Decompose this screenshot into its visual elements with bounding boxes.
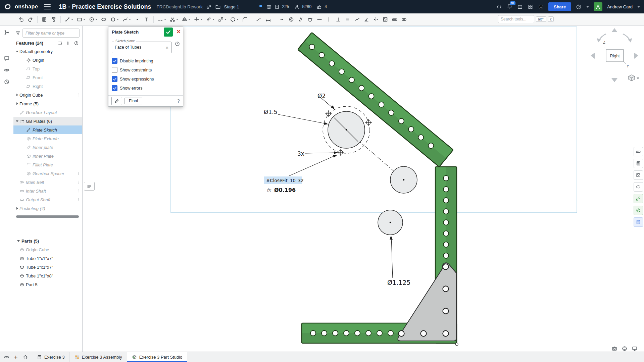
undo-tool-button[interactable] [17,15,26,24]
model-canvas[interactable]: Ø2 Ø1.5 3x #CloseFit_10_32 fx Ø0.196 Ø1.… [0,0,644,362]
sheet-tool-button[interactable] [40,15,49,24]
chevron-right-icon[interactable] [15,94,19,96]
help-caret-icon[interactable] [586,6,589,8]
named-views-button[interactable] [634,182,643,192]
dialog-help-icon[interactable]: ? [177,98,180,104]
feature-pocketing-4[interactable]: Pocketing (4) [13,204,82,213]
logo-wordmark[interactable]: onshape [15,4,38,10]
dropdown-caret-icon[interactable] [225,19,227,20]
redo-tool-button[interactable] [26,15,35,24]
dropdown-caret-icon[interactable] [237,19,239,20]
tab-exercise-3-part-studio[interactable]: Exercise 3 Part Studio [127,352,188,362]
diagonal-tube[interactable] [298,33,453,167]
chevron-down-icon[interactable] [15,120,19,122]
fx-value-label[interactable]: Ø0.196 [274,187,296,193]
rollback-bar-handle[interactable] [84,182,95,191]
document-title[interactable]: 1B - Practice Exercise Solutions [59,3,151,10]
trim-tool-button[interactable] [192,15,204,24]
perpendicular-tool-button[interactable] [334,15,343,24]
feature-plate-extrude[interactable]: Plate Extrude [13,134,82,143]
comments-rail-button[interactable] [2,54,11,63]
likes-icon[interactable] [316,4,322,10]
gusset-plate[interactable] [398,263,456,341]
dropdown-caret-icon[interactable] [117,19,119,20]
dropdown-caret-icon[interactable] [95,19,97,20]
feature-filter-input[interactable] [22,29,80,38]
feature-inner-plate[interactable]: Inner plate [13,143,82,152]
spline-tool-button[interactable] [121,15,132,24]
feature-gearbox-layout[interactable]: Gearbox Layout [13,108,82,117]
chevron-right-icon[interactable] [15,207,19,210]
horizontal-tool-button[interactable] [315,15,324,24]
horizontal-scrollbar[interactable] [16,215,79,218]
symmetric-tool-button[interactable] [371,15,380,24]
rect-tool-button[interactable] [75,15,87,24]
featurescript-icon[interactable] [496,4,502,10]
rotate-up-arrow-icon[interactable] [611,28,617,32]
fit-label[interactable]: #CloseFit_10_32 [266,178,304,183]
accept-button[interactable] [164,28,173,37]
option-disable-imprinting[interactable]: Disable imprinting [112,56,180,65]
follow-rail-button[interactable] [2,66,11,74]
link-icon[interactable] [206,4,212,10]
history-icon[interactable] [74,41,79,46]
help-icon[interactable] [576,4,582,10]
public-flag-icon[interactable] [258,4,264,10]
chevron-down-icon[interactable] [15,51,19,52]
vertical-tool-button[interactable] [325,15,333,24]
point-tool-button[interactable] [133,15,142,24]
pattern-circ-tool-button[interactable] [229,15,240,24]
tab-manager-button[interactable] [2,353,11,361]
paint-tool-button[interactable] [49,15,58,24]
feature-front[interactable]: Front [13,73,82,82]
dropdown-caret-icon[interactable] [176,19,178,20]
app-grid-icon[interactable] [528,4,533,10]
tangent-tool-button[interactable] [306,15,314,24]
mass-properties-button[interactable] [634,159,643,168]
feature-right[interactable]: Right [13,82,82,91]
dim-3x-label[interactable]: 3x [297,150,304,157]
sketch-point[interactable] [455,343,458,346]
measure-button[interactable] [634,147,643,156]
feature-origin-cube[interactable]: Origin Cube [13,91,82,99]
feature-gearbox-spacer[interactable]: Gearbox Spacer [13,169,82,178]
feature-inner-plate[interactable]: Inner Plate [13,152,82,160]
feature-origin[interactable]: Origin [13,56,82,64]
pattern-lin-tool-button[interactable] [216,15,228,24]
feature-state-clock-icon[interactable] [175,41,180,48]
dropdown-caret-icon[interactable] [212,19,214,20]
versions-rail-button[interactable] [2,28,11,37]
dim-d15-label[interactable]: Ø1.5 [264,109,277,115]
angle-tool-button[interactable] [362,15,371,24]
tab-exercise-3[interactable]: Exercise 3 [32,352,70,362]
circle-tool-button[interactable] [87,15,99,24]
user-menu-caret-icon[interactable] [637,6,640,8]
intersect-tool-button[interactable] [400,15,408,24]
final-button[interactable]: Final [125,98,142,104]
section-view-button[interactable] [634,170,643,180]
option-show-errors[interactable]: Show errors [112,84,180,93]
part-tube-1-x1-x7[interactable]: Tube 1"x1"x7" [13,254,82,263]
home-button[interactable] [21,353,30,361]
notifications[interactable]: 9+ [507,3,512,10]
rotate-down-arrow-icon[interactable] [611,78,617,82]
parallel-tool-button[interactable] [296,15,305,24]
arc-tool-button[interactable] [156,15,167,24]
rollback-icon[interactable] [66,41,71,46]
history-rail-button[interactable] [2,77,11,86]
view-cube-menu-icon[interactable] [629,75,639,81]
feature-fillet-plate[interactable]: Fillet Plate [13,160,82,169]
equal-tool-button[interactable] [343,15,352,24]
feature-frame-5[interactable]: Frame (5) [13,99,82,108]
parts-header[interactable]: Parts (5) [13,237,82,245]
coincident-tool-button[interactable] [278,15,286,24]
user-avatar[interactable] [594,2,602,11]
feature-plate-sketch[interactable]: Plate Sketch [13,125,82,134]
checkbox-unchecked-icon[interactable] [112,67,117,73]
polygon-tool-button[interactable] [109,15,120,24]
concentric-tool-button[interactable] [287,15,296,24]
filter-funnel-icon[interactable] [15,31,20,36]
bearing-circle-small[interactable] [378,210,403,235]
bearing-circle-medium[interactable] [390,166,417,193]
add-tab-button[interactable]: + [11,353,20,361]
